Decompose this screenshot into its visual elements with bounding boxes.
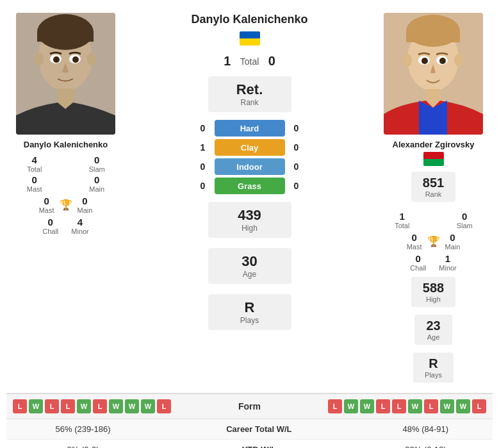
form-badge-left: W (141, 399, 155, 413)
stat-left-value: 56% (239-186) (6, 419, 160, 440)
grass-button[interactable]: Grass (215, 178, 285, 194)
right-player-card: Alexander Zgirovsky 851 Rank 1 Total 0 S… (374, 13, 493, 386)
right-main-lbl: Main (445, 243, 461, 251)
right-main-val: 0 (450, 232, 455, 243)
left-trophy-icon: 🏆 (60, 199, 72, 211)
top-section: Danylo Kalenichenko 4 Total 0 Slam 0 Mas… (0, 0, 499, 393)
right-form-badges: LWWLLWLWWL (328, 399, 486, 413)
right-rank-label: Rank (423, 190, 444, 198)
right-player-photo (384, 13, 483, 135)
hard-button[interactable]: Hard (215, 120, 285, 137)
svg-point-15 (403, 54, 412, 67)
left-main-stat: 0 Main (69, 174, 126, 193)
right-rank-value: 851 (423, 176, 444, 190)
middle-section: Danylo Kalenichenko 1 Total 0 Ret. Rank … (125, 13, 374, 386)
left-total-stat: 4 Total (6, 154, 63, 173)
belarus-flag (423, 152, 444, 166)
right-plays-box: R Plays (413, 353, 454, 383)
left-age-box: 30 Age (208, 248, 291, 284)
score-right: 0 (265, 54, 278, 69)
left-age-label: Age (221, 270, 279, 279)
left-flag (240, 31, 260, 49)
left-mast-label: Mast (27, 185, 42, 193)
bottom-section: LWLLWLWWWL Form LWWLLWLWWL 56% (239-186)… (6, 393, 493, 448)
form-badge-right: L (328, 399, 342, 413)
form-badge-left: L (45, 399, 59, 413)
right-trophy-icon: 🏆 (427, 235, 440, 247)
right-player-name: Alexander Zgirovsky (393, 140, 475, 149)
left-player-name: Danylo Kalenichenko (24, 140, 108, 149)
left-main2: 0 Main (78, 195, 93, 214)
form-badge-right: L (472, 399, 486, 413)
left-slam-value: 0 (94, 154, 99, 165)
right-age-box: 23 Age (414, 315, 452, 345)
stats-row: 56% (239-186) Career Total W/L 48% (84-9… (6, 419, 493, 440)
form-row: LWLLWLWWWL Form LWWLLWLWWL (6, 394, 493, 419)
stat-right-value: 33% (6-12) (359, 440, 493, 449)
left-chall-minor: 0 Chall 4 Minor (42, 217, 89, 235)
surface-rows: 0 Hard 0 1 Clay 0 0 Indoor 0 0 Grass (128, 120, 371, 194)
right-chall-val: 0 (416, 253, 421, 264)
left-chall-val: 0 (48, 217, 53, 228)
stats-table: 56% (239-186) Career Total W/L 48% (84-9… (6, 419, 493, 448)
left-main-value: 0 (94, 174, 99, 185)
indoor-score-left: 0 (197, 162, 209, 172)
right-player-svg (384, 13, 483, 135)
svg-point-20 (439, 58, 446, 64)
left-slam-stat: 0 Slam (69, 154, 126, 173)
left-rank-label: Rank (221, 98, 279, 107)
hard-score-left: 0 (197, 123, 209, 133)
svg-rect-3 (37, 32, 94, 42)
left-player-stats: 4 Total 0 Slam 0 Mast 0 Main (6, 154, 125, 193)
right-minor: 1 Minor (439, 253, 457, 272)
form-badge-right: W (360, 399, 374, 413)
grass-score-left: 0 (197, 181, 209, 191)
score-row: 1 Total 0 (221, 54, 279, 69)
right-rank-box: 851 Rank (411, 172, 455, 202)
form-badge-left: W (109, 399, 123, 413)
left-player-photo (16, 13, 115, 135)
clay-button[interactable]: Clay (215, 139, 285, 156)
form-badge-right: W (344, 399, 358, 413)
form-badge-right: W (456, 399, 470, 413)
right-trophy-row: 0 Mast 🏆 0 Main (407, 232, 461, 251)
svg-point-8 (53, 56, 60, 63)
svg-point-5 (87, 53, 96, 65)
right-age-value: 23 (426, 319, 440, 333)
right-high-label: High (423, 295, 444, 303)
stat-left-value: 0% (0-0) (6, 440, 160, 449)
left-high-box: 439 High (208, 202, 291, 238)
left-main2-lbl: Main (78, 206, 93, 214)
ukraine-flag (240, 31, 260, 46)
right-slam-stat: 0 Slam (437, 211, 493, 229)
left-age-value: 30 (221, 253, 279, 270)
form-badge-right: L (376, 399, 390, 413)
surface-row-hard: 0 Hard 0 (128, 120, 371, 137)
left-player-svg (16, 13, 115, 135)
right-player-stats: 1 Total 0 Slam (374, 211, 493, 229)
right-main: 0 Main (445, 232, 461, 251)
left-mast-value: 0 (32, 174, 37, 185)
hard-score-right: 0 (290, 123, 303, 133)
left-plays-value: R (221, 299, 279, 316)
stat-right-value: 48% (84-91) (359, 419, 493, 440)
right-mast: 0 Mast (407, 232, 422, 251)
form-badge-right: W (408, 399, 422, 413)
stats-row: 0% (0-0) YTD W/L 33% (6-12) (6, 440, 493, 449)
right-slam-value: 0 (462, 211, 467, 222)
indoor-button[interactable]: Indoor (215, 158, 285, 175)
right-minor-val: 1 (445, 253, 450, 264)
left-trophy-row: 0 Mast 🏆 0 Main (39, 195, 93, 214)
form-badge-left: L (157, 399, 171, 413)
right-high-box: 588 High (411, 277, 455, 307)
score-left: 1 (221, 54, 234, 69)
left-mast-stat: 0 Mast (6, 174, 63, 193)
left-total-value: 4 (32, 154, 37, 165)
left-plays-box: R Plays (208, 294, 291, 330)
left-minor-lbl: Minor (71, 228, 89, 235)
form-badge-left: L (61, 399, 75, 413)
left-minor: 4 Minor (71, 217, 89, 235)
left-plays-label: Plays (221, 316, 279, 325)
left-high-value: 439 (221, 207, 279, 224)
svg-rect-14 (406, 31, 460, 42)
